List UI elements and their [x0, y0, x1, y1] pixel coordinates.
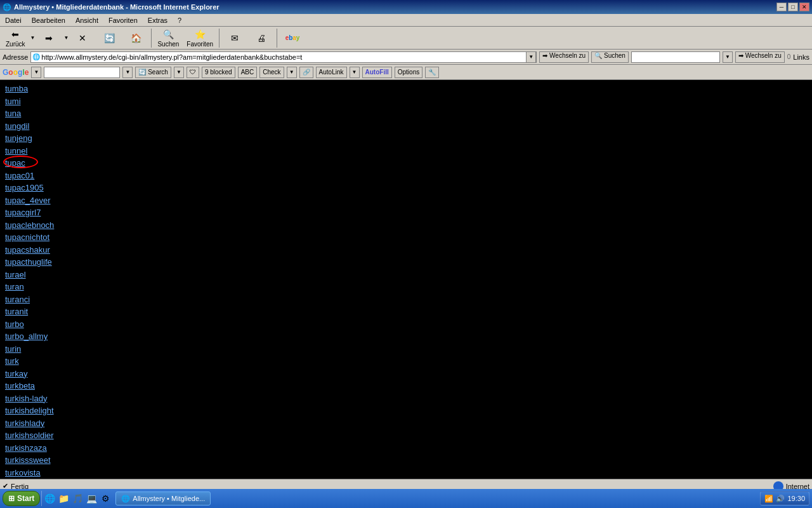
list-item[interactable]: tupac_4ever	[5, 194, 807, 207]
maximize-button[interactable]: □	[788, 3, 798, 11]
title-bar-left: 🌐 Allmystery • Mitgliederdatenbank - Mic…	[3, 3, 219, 11]
list-item[interactable]: tumi	[5, 95, 807, 108]
search-dropdown[interactable]: ▼	[723, 51, 733, 63]
list-item[interactable]: tupac	[5, 157, 807, 170]
toolbar-separator-3	[277, 29, 277, 48]
toolbar-separator-1	[151, 29, 152, 48]
menu-datei[interactable]: Datei	[3, 15, 24, 25]
ebay-button[interactable]: ebay	[280, 30, 305, 46]
search-opts-dropdown[interactable]: ▼	[174, 67, 184, 78]
google-dropdown[interactable]: ▼	[31, 67, 41, 78]
list-item[interactable]: turk	[5, 355, 807, 368]
check-button[interactable]: Check	[259, 67, 284, 78]
google-search-input[interactable]	[44, 67, 120, 78]
autolink-dropdown[interactable]: ▼	[350, 67, 360, 78]
page-icon: 🌐	[31, 52, 41, 62]
list-item[interactable]: turkbeta	[5, 380, 807, 392]
menu-favoriten[interactable]: Favoriten	[106, 15, 140, 25]
list-item[interactable]: tupacthuglife	[5, 256, 807, 269]
list-item[interactable]: turanci	[5, 293, 807, 306]
search-icon: 🔍	[162, 28, 174, 41]
list-item[interactable]: turael	[5, 269, 807, 281]
go-button[interactable]: ➡ Wechseln zu	[539, 51, 589, 63]
menu-ansicht[interactable]: Ansicht	[73, 15, 101, 25]
google-search-button[interactable]: 🔄 Search	[135, 67, 171, 78]
taskbar-ie-icon[interactable]: 🌐	[43, 492, 56, 493]
list-item[interactable]: turkishdelight	[5, 404, 807, 417]
autolink-label: AutoLink	[319, 69, 344, 76]
systray: 📶 🔊 19:30	[760, 491, 809, 493]
list-item[interactable]: turkishlady	[5, 417, 807, 430]
list-item[interactable]: tupac1905	[5, 182, 807, 194]
list-item[interactable]: tupacnichtot	[5, 231, 807, 244]
link-icon-btn[interactable]: 🔗	[299, 67, 313, 78]
blocked-button[interactable]: 9 blocked	[202, 67, 235, 78]
list-item[interactable]: tunnel	[5, 145, 807, 157]
address-input[interactable]	[41, 52, 526, 62]
list-item[interactable]: tunjeng	[5, 132, 807, 145]
menu-help[interactable]: ?	[175, 15, 184, 25]
wechseln-label: Wechseln zu	[745, 52, 782, 59]
minimize-button[interactable]: ─	[776, 3, 787, 11]
mail-button[interactable]: ✉	[222, 30, 247, 46]
refresh-button[interactable]: 🔄	[96, 30, 122, 46]
list-item[interactable]: turin	[5, 343, 807, 356]
list-item[interactable]: turbo_allmy	[5, 330, 807, 343]
taskbar-folder-icon[interactable]: 📁	[57, 492, 70, 493]
close-button[interactable]: ✕	[799, 3, 809, 11]
list-item[interactable]: turkishzaza	[5, 442, 807, 455]
taskbar-media-icon[interactable]: 🎵	[71, 492, 84, 493]
back-dropdown[interactable]: ▼	[30, 35, 36, 41]
taskbar-tool-icon[interactable]: ⚙	[99, 492, 112, 493]
options-label: Options	[398, 69, 419, 76]
google-search-dropdown[interactable]: ▼	[122, 67, 133, 78]
stop-button[interactable]: ✕	[70, 30, 95, 46]
list-item[interactable]: tupacshakur	[5, 244, 807, 257]
list-item[interactable]: tumba	[5, 83, 807, 95]
favorites-icon: ⭐	[193, 28, 206, 41]
list-item[interactable]: tupac01	[5, 170, 807, 182]
taskbar-app-icon[interactable]: 💻	[85, 492, 98, 493]
list-item[interactable]: turkay	[5, 368, 807, 380]
forward-dropdown[interactable]: ▼	[63, 35, 69, 41]
links-label: Links	[793, 53, 809, 61]
search-bar-btn[interactable]: 🔍 Suchen	[591, 51, 629, 63]
window-title: Allmystery • Mitgliederdatenbank - Micro…	[14, 3, 219, 11]
menu-extras[interactable]: Extras	[145, 15, 170, 25]
wechseln-btn[interactable]: ➡ Wechseln zu	[735, 51, 785, 63]
list-item[interactable]: turan	[5, 281, 807, 293]
list-item[interactable]: turbo	[5, 318, 807, 331]
options-wrench-btn[interactable]: 🔧	[425, 67, 439, 78]
browser-content: tumbatumitunatungdiltunjengtunneltupactu…	[0, 80, 812, 479]
search-bar-label: Suchen	[604, 52, 625, 59]
check-dropdown[interactable]: ▼	[287, 67, 297, 78]
list-item[interactable]: tuna	[5, 107, 807, 120]
start-button[interactable]: ⊞ Start	[3, 491, 40, 493]
list-item[interactable]: turkisssweet	[5, 454, 807, 467]
search-input-bar[interactable]	[631, 51, 720, 63]
favorites-button[interactable]: ⭐ Favoriten	[183, 26, 216, 50]
options-button[interactable]: Options	[395, 67, 422, 78]
toolbar-separator-2	[219, 29, 219, 48]
menu-bearbeiten[interactable]: Bearbeiten	[29, 15, 68, 25]
search-button[interactable]: 🔍 Suchen	[154, 26, 182, 50]
search-bar-icon: 🔍	[594, 52, 602, 59]
print-button[interactable]: 🖨	[249, 30, 274, 46]
list-item[interactable]: tupacgirl7	[5, 206, 807, 219]
list-item[interactable]: tupaclebnoch	[5, 219, 807, 232]
list-item[interactable]: turkishsoldier	[5, 429, 807, 442]
autofill-button[interactable]: AutoFill	[362, 67, 392, 78]
forward-button[interactable]: ➡	[36, 30, 62, 46]
list-item[interactable]: turkish-lady	[5, 392, 807, 405]
autolink-button[interactable]: AutoLink	[316, 67, 347, 78]
address-dropdown[interactable]: ▼	[526, 51, 536, 63]
blocked-label: 9 blocked	[205, 69, 232, 76]
back-button[interactable]: ⬅ Zurück	[3, 26, 29, 50]
shield-icon-btn[interactable]: 🛡	[187, 67, 199, 78]
taskbar-window-allmystery[interactable]: 🌐 Allmystery • Mitgliede...	[115, 491, 211, 493]
home-button[interactable]: 🏠	[123, 30, 148, 46]
list-item[interactable]: tungdil	[5, 120, 807, 133]
spellcheck-btn[interactable]: ABC	[238, 67, 258, 78]
list-item[interactable]: turkovista	[5, 467, 807, 479]
list-item[interactable]: turanit	[5, 305, 807, 318]
